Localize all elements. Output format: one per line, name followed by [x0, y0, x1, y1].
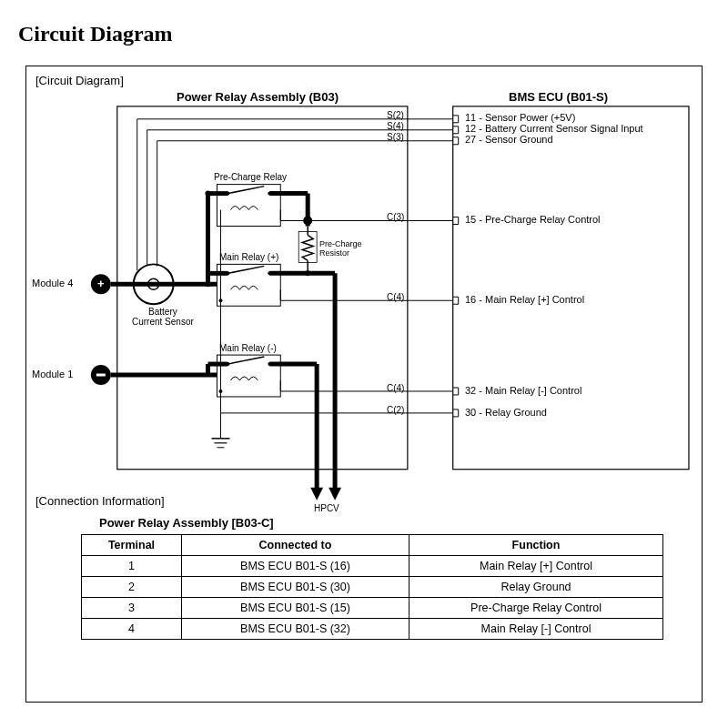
svg-rect-3 — [96, 374, 106, 377]
page-title: Circuit Diagram — [0, 0, 728, 56]
pin-15: 15 - Pre-Charge Relay Control — [465, 214, 601, 225]
outer-frame: [Circuit Diagram] Power Relay Assembly (… — [25, 66, 703, 703]
svg-point-17 — [206, 281, 211, 287]
pin-16: 16 - Main Relay [+] Control — [465, 294, 584, 305]
hpcv-label: HPCV — [314, 503, 339, 513]
svg-line-7 — [228, 187, 264, 194]
svg-line-13 — [228, 357, 264, 364]
main-relay-minus-box — [217, 355, 280, 397]
cell-function: Main Relay [+] Control — [410, 556, 663, 577]
cell-terminal: 2 — [82, 577, 182, 598]
wire-c2: C(2) — [387, 405, 404, 415]
conn-table-title: Power Relay Assembly [B03-C] — [99, 516, 274, 530]
pin-27: 27 - Sensor Ground — [465, 134, 553, 145]
svg-text:+: + — [97, 277, 105, 290]
cell-connected: BMS ECU B01-S (32) — [182, 619, 410, 640]
wire-c4a: C(4) — [387, 292, 404, 302]
svg-line-10 — [228, 266, 264, 273]
svg-point-29 — [305, 270, 310, 276]
th-connected: Connected to — [182, 535, 410, 556]
svg-point-18 — [206, 191, 211, 197]
svg-marker-32 — [329, 488, 341, 500]
pre-charge-resistor-symbol — [302, 235, 313, 260]
section-connection-info-label: [Connection Information] — [35, 494, 165, 508]
cell-terminal: 4 — [82, 619, 182, 640]
pin-11: 11 - Sensor Power (+5V) — [465, 112, 575, 123]
cell-connected: BMS ECU B01-S (30) — [182, 577, 410, 598]
wire-c3: C(3) — [387, 212, 404, 222]
cell-connected: BMS ECU B01-S (16) — [182, 556, 410, 577]
connection-table: Terminal Connected to Function 1 BMS ECU… — [81, 534, 663, 640]
pre-charge-resistor-label: Pre-Charge Resistor — [319, 239, 362, 258]
th-function: Function — [410, 535, 663, 556]
cell-terminal: 3 — [82, 598, 182, 619]
module4-label: Module 4 — [32, 278, 73, 288]
main-relay-plus-label: Main Relay (+) — [219, 252, 278, 262]
table-row: 1 BMS ECU B01-S (16) Main Relay [+] Cont… — [82, 556, 663, 577]
pin-12: 12 - Battery Current Sensor Signal Input — [465, 123, 643, 134]
cell-function: Main Relay [-] Control — [410, 619, 663, 640]
battery-current-sensor-label: Battery Current Sensor — [132, 307, 194, 327]
main-relay-minus-label: Main Relay (-) — [219, 343, 277, 353]
svg-point-44 — [218, 389, 222, 393]
cell-function: Pre-Charge Relay Control — [410, 598, 663, 619]
main-relay-plus-box — [217, 264, 280, 306]
cell-function: Relay Ground — [410, 577, 663, 598]
pre-charge-relay-box — [217, 185, 280, 227]
pin-30: 30 - Relay Ground — [465, 407, 547, 418]
pre-charge-relay-label: Pre-Charge Relay — [214, 172, 287, 182]
table-row: 2 BMS ECU B01-S (30) Relay Ground — [82, 577, 663, 598]
svg-marker-34 — [310, 488, 323, 500]
svg-rect-23 — [298, 231, 317, 262]
cell-connected: BMS ECU B01-S (15) — [182, 598, 410, 619]
wire-s3: S(3) — [387, 132, 404, 142]
module1-label: Module 1 — [32, 369, 73, 379]
svg-point-43 — [218, 298, 222, 302]
wire-s4: S(4) — [387, 121, 404, 131]
wire-s2: S(2) — [387, 110, 404, 120]
th-terminal: Terminal — [82, 535, 182, 556]
pra-box — [117, 106, 408, 470]
table-row: 3 BMS ECU B01-S (15) Pre-Charge Relay Co… — [82, 598, 663, 619]
pin-32: 32 - Main Relay [-] Control — [465, 385, 581, 396]
table-header-row: Terminal Connected to Function — [82, 535, 663, 556]
wire-c4b: C(4) — [387, 383, 404, 393]
table-row: 4 BMS ECU B01-S (32) Main Relay [-] Cont… — [82, 619, 663, 640]
cell-terminal: 1 — [82, 556, 182, 577]
